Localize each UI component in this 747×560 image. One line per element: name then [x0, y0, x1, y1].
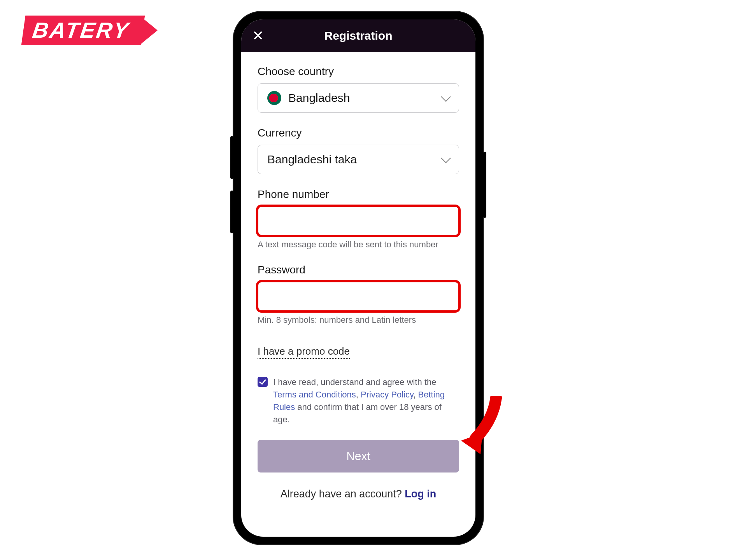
- currency-select[interactable]: Bangladeshi taka: [258, 145, 459, 174]
- phone-input[interactable]: [258, 206, 459, 236]
- privacy-link[interactable]: Privacy Policy: [361, 390, 413, 399]
- login-link[interactable]: Log in: [405, 488, 436, 500]
- phone-hint: A text message code will be sent to this…: [258, 240, 459, 250]
- agreement-row: I have read, understand and agree with t…: [258, 376, 459, 426]
- agree-sep1: ,: [356, 390, 361, 399]
- phone-screen: ✕ Registration Choose country Bangladesh…: [241, 19, 475, 537]
- brand-name: BATERY: [21, 16, 145, 45]
- chevron-down-icon: [441, 92, 451, 102]
- brand-logo: BATERY: [23, 16, 158, 45]
- login-prompt: Already have an account?: [281, 488, 405, 500]
- agree-prefix: I have read, understand and agree with t…: [273, 377, 437, 387]
- currency-value: Bangladeshi taka: [267, 153, 357, 166]
- password-hint: Min. 8 symbols: numbers and Latin letter…: [258, 315, 459, 325]
- password-label: Password: [258, 264, 459, 276]
- titlebar: ✕ Registration: [241, 19, 475, 52]
- promo-code-link[interactable]: I have a promo code: [258, 345, 350, 359]
- page-title: Registration: [241, 29, 475, 42]
- agree-sep2: ,: [413, 390, 418, 399]
- password-field: Password Min. 8 symbols: numbers and Lat…: [258, 264, 459, 325]
- agree-suffix: and confirm that I am over 18 years of a…: [273, 402, 442, 424]
- close-icon[interactable]: ✕: [252, 29, 264, 43]
- phone-label: Phone number: [258, 188, 459, 201]
- currency-field: Currency Bangladeshi taka: [258, 127, 459, 174]
- phone-volume-down: [230, 191, 233, 233]
- phone-power-button: [483, 152, 486, 218]
- flag-bangladesh-icon: [267, 91, 281, 105]
- agreement-text: I have read, understand and agree with t…: [273, 376, 459, 426]
- terms-link[interactable]: Terms and Conditions: [273, 390, 356, 399]
- phone-field: Phone number A text message code will be…: [258, 188, 459, 250]
- country-value: Bangladesh: [288, 91, 350, 105]
- login-footer: Already have an account? Log in: [258, 488, 459, 500]
- country-select[interactable]: Bangladesh: [258, 83, 459, 113]
- currency-label: Currency: [258, 127, 459, 139]
- phone-frame: ✕ Registration Choose country Bangladesh…: [233, 12, 483, 544]
- country-field: Choose country Bangladesh: [258, 65, 459, 113]
- country-label: Choose country: [258, 65, 459, 78]
- registration-form: Choose country Bangladesh Currency Bangl…: [241, 52, 475, 537]
- chevron-down-icon: [441, 153, 451, 163]
- phone-volume-up: [230, 136, 233, 179]
- password-input[interactable]: [258, 282, 459, 311]
- terms-checkbox[interactable]: [258, 377, 268, 387]
- annotation-arrow-icon: [459, 396, 506, 454]
- next-button[interactable]: Next: [258, 440, 459, 472]
